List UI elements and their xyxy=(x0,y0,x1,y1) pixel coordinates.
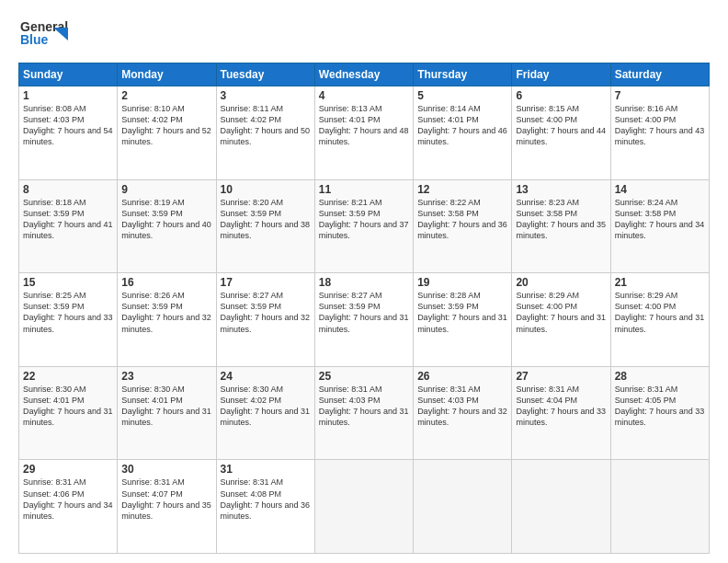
day-info: Sunrise: 8:29 AMSunset: 4:00 PMDaylight:… xyxy=(516,290,606,335)
day-info: Sunrise: 8:14 AMSunset: 4:01 PMDaylight:… xyxy=(417,103,507,148)
empty-cell xyxy=(512,460,610,554)
day-number: 12 xyxy=(417,183,507,196)
day-number: 8 xyxy=(23,183,113,196)
day-info: Sunrise: 8:27 AMSunset: 3:59 PMDaylight:… xyxy=(221,290,311,335)
logo: General Blue xyxy=(18,15,68,55)
day-cell-18: 18Sunrise: 8:27 AMSunset: 3:59 PMDayligh… xyxy=(314,273,413,367)
calendar-table: SundayMondayTuesdayWednesdayThursdayFrid… xyxy=(18,63,710,554)
day-number: 13 xyxy=(516,183,606,196)
day-cell-23: 23Sunrise: 8:30 AMSunset: 4:01 PMDayligh… xyxy=(118,366,216,460)
day-info: Sunrise: 8:15 AMSunset: 4:00 PMDaylight:… xyxy=(516,103,606,148)
svg-marker-2 xyxy=(53,28,68,40)
day-number: 16 xyxy=(121,276,211,289)
day-cell-30: 30Sunrise: 8:31 AMSunset: 4:07 PMDayligh… xyxy=(118,460,216,554)
day-info: Sunrise: 8:13 AMSunset: 4:01 PMDaylight:… xyxy=(319,103,409,148)
day-info: Sunrise: 8:31 AMSunset: 4:03 PMDaylight:… xyxy=(319,384,409,429)
col-header-monday: Monday xyxy=(118,63,216,86)
day-number: 20 xyxy=(516,276,606,289)
day-cell-27: 27Sunrise: 8:31 AMSunset: 4:04 PMDayligh… xyxy=(512,366,610,460)
day-cell-7: 7Sunrise: 8:16 AMSunset: 4:00 PMDaylight… xyxy=(610,86,709,180)
day-number: 4 xyxy=(319,89,409,102)
day-info: Sunrise: 8:21 AMSunset: 3:59 PMDaylight:… xyxy=(319,197,409,242)
day-info: Sunrise: 8:26 AMSunset: 3:59 PMDaylight:… xyxy=(121,290,211,335)
day-number: 3 xyxy=(221,89,311,102)
day-cell-24: 24Sunrise: 8:30 AMSunset: 4:02 PMDayligh… xyxy=(216,366,314,460)
day-cell-4: 4Sunrise: 8:13 AMSunset: 4:01 PMDaylight… xyxy=(314,86,413,180)
day-info: Sunrise: 8:22 AMSunset: 3:58 PMDaylight:… xyxy=(417,197,507,242)
day-cell-10: 10Sunrise: 8:20 AMSunset: 3:59 PMDayligh… xyxy=(216,179,314,273)
day-number: 17 xyxy=(221,276,311,289)
day-info: Sunrise: 8:25 AMSunset: 3:59 PMDaylight:… xyxy=(23,290,113,335)
day-cell-14: 14Sunrise: 8:24 AMSunset: 3:58 PMDayligh… xyxy=(610,179,709,273)
day-info: Sunrise: 8:20 AMSunset: 3:59 PMDaylight:… xyxy=(221,197,311,242)
day-cell-31: 31Sunrise: 8:31 AMSunset: 4:08 PMDayligh… xyxy=(216,460,314,554)
col-header-friday: Friday xyxy=(512,63,610,86)
day-info: Sunrise: 8:29 AMSunset: 4:00 PMDaylight:… xyxy=(615,290,705,335)
day-number: 11 xyxy=(319,183,409,196)
day-number: 15 xyxy=(23,276,113,289)
day-cell-29: 29Sunrise: 8:31 AMSunset: 4:06 PMDayligh… xyxy=(19,460,118,554)
day-cell-13: 13Sunrise: 8:23 AMSunset: 3:58 PMDayligh… xyxy=(512,179,610,273)
day-info: Sunrise: 8:31 AMSunset: 4:06 PMDaylight:… xyxy=(23,477,113,522)
day-info: Sunrise: 8:30 AMSunset: 4:01 PMDaylight:… xyxy=(23,384,113,429)
day-number: 10 xyxy=(221,183,311,196)
day-cell-26: 26Sunrise: 8:31 AMSunset: 4:03 PMDayligh… xyxy=(414,366,512,460)
day-info: Sunrise: 8:18 AMSunset: 3:59 PMDaylight:… xyxy=(23,197,113,242)
day-cell-22: 22Sunrise: 8:30 AMSunset: 4:01 PMDayligh… xyxy=(19,366,118,460)
day-number: 2 xyxy=(121,89,211,102)
day-info: Sunrise: 8:30 AMSunset: 4:02 PMDaylight:… xyxy=(221,384,311,429)
day-info: Sunrise: 8:23 AMSunset: 3:58 PMDaylight:… xyxy=(516,197,606,242)
day-cell-16: 16Sunrise: 8:26 AMSunset: 3:59 PMDayligh… xyxy=(118,273,216,367)
day-number: 9 xyxy=(121,183,211,196)
day-number: 26 xyxy=(417,370,507,383)
day-number: 7 xyxy=(615,89,705,102)
day-cell-5: 5Sunrise: 8:14 AMSunset: 4:01 PMDaylight… xyxy=(414,86,512,180)
day-info: Sunrise: 8:31 AMSunset: 4:04 PMDaylight:… xyxy=(516,384,606,429)
day-cell-12: 12Sunrise: 8:22 AMSunset: 3:58 PMDayligh… xyxy=(414,179,512,273)
day-info: Sunrise: 8:27 AMSunset: 3:59 PMDaylight:… xyxy=(319,290,409,335)
day-number: 14 xyxy=(615,183,705,196)
day-number: 25 xyxy=(319,370,409,383)
day-cell-1: 1Sunrise: 8:08 AMSunset: 4:03 PMDaylight… xyxy=(19,86,118,180)
day-cell-25: 25Sunrise: 8:31 AMSunset: 4:03 PMDayligh… xyxy=(314,366,413,460)
col-header-tuesday: Tuesday xyxy=(216,63,314,86)
empty-cell xyxy=(314,460,413,554)
day-info: Sunrise: 8:31 AMSunset: 4:07 PMDaylight:… xyxy=(121,477,211,522)
day-number: 19 xyxy=(417,276,507,289)
day-cell-20: 20Sunrise: 8:29 AMSunset: 4:00 PMDayligh… xyxy=(512,273,610,367)
day-number: 5 xyxy=(417,89,507,102)
day-cell-28: 28Sunrise: 8:31 AMSunset: 4:05 PMDayligh… xyxy=(610,366,709,460)
day-number: 18 xyxy=(319,276,409,289)
day-cell-8: 8Sunrise: 8:18 AMSunset: 3:59 PMDaylight… xyxy=(19,179,118,273)
col-header-wednesday: Wednesday xyxy=(314,63,413,86)
logo-icon: General Blue xyxy=(18,15,68,55)
day-number: 22 xyxy=(23,370,113,383)
empty-cell xyxy=(414,460,512,554)
col-header-saturday: Saturday xyxy=(610,63,709,86)
day-number: 21 xyxy=(615,276,705,289)
day-info: Sunrise: 8:19 AMSunset: 3:59 PMDaylight:… xyxy=(121,197,211,242)
empty-cell xyxy=(610,460,709,554)
day-info: Sunrise: 8:24 AMSunset: 3:58 PMDaylight:… xyxy=(615,197,705,242)
svg-text:Blue: Blue xyxy=(20,32,49,47)
day-number: 24 xyxy=(221,370,311,383)
day-number: 23 xyxy=(121,370,211,383)
day-info: Sunrise: 8:31 AMSunset: 4:08 PMDaylight:… xyxy=(221,477,311,522)
day-info: Sunrise: 8:16 AMSunset: 4:00 PMDaylight:… xyxy=(615,103,705,148)
day-number: 27 xyxy=(516,370,606,383)
day-number: 30 xyxy=(121,463,211,476)
day-cell-15: 15Sunrise: 8:25 AMSunset: 3:59 PMDayligh… xyxy=(19,273,118,367)
day-info: Sunrise: 8:30 AMSunset: 4:01 PMDaylight:… xyxy=(121,384,211,429)
day-cell-6: 6Sunrise: 8:15 AMSunset: 4:00 PMDaylight… xyxy=(512,86,610,180)
day-info: Sunrise: 8:31 AMSunset: 4:03 PMDaylight:… xyxy=(417,384,507,429)
day-number: 6 xyxy=(516,89,606,102)
day-info: Sunrise: 8:28 AMSunset: 3:59 PMDaylight:… xyxy=(417,290,507,335)
day-cell-19: 19Sunrise: 8:28 AMSunset: 3:59 PMDayligh… xyxy=(414,273,512,367)
day-cell-17: 17Sunrise: 8:27 AMSunset: 3:59 PMDayligh… xyxy=(216,273,314,367)
day-info: Sunrise: 8:08 AMSunset: 4:03 PMDaylight:… xyxy=(23,103,113,148)
day-cell-11: 11Sunrise: 8:21 AMSunset: 3:59 PMDayligh… xyxy=(314,179,413,273)
day-info: Sunrise: 8:11 AMSunset: 4:02 PMDaylight:… xyxy=(221,103,311,148)
col-header-thursday: Thursday xyxy=(414,63,512,86)
day-number: 29 xyxy=(23,463,113,476)
day-cell-21: 21Sunrise: 8:29 AMSunset: 4:00 PMDayligh… xyxy=(610,273,709,367)
